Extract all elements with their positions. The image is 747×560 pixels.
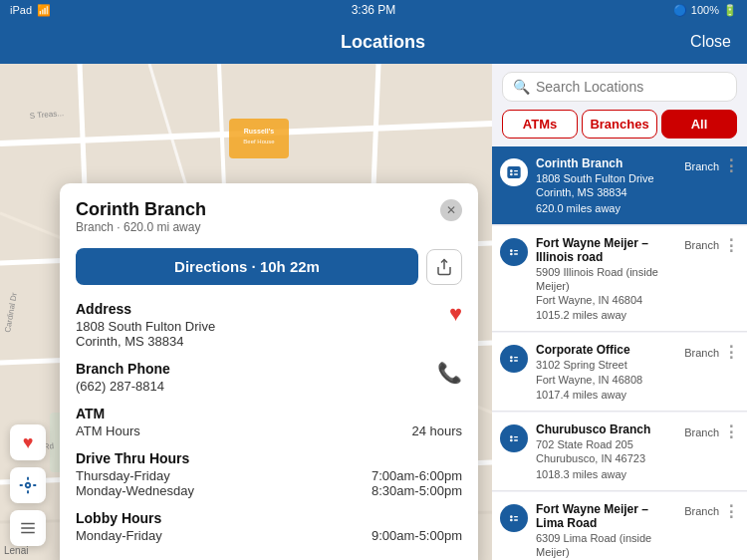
location-name: Corinth Branch	[536, 156, 676, 170]
favorite-icon[interactable]: ♥	[449, 301, 462, 327]
list-item[interactable]: Corporate Office 3102 Spring StreetFort …	[492, 333, 747, 412]
popup-phone-section: Branch Phone (662) 287-8814 📞	[76, 361, 462, 394]
location-right: Branch ⋮	[684, 422, 739, 441]
filter-tab-all[interactable]: All	[661, 110, 737, 139]
directions-button[interactable]: Directions · 10h 22m	[76, 248, 418, 285]
popup-address-label: Address	[76, 301, 215, 317]
wifi-icon: 📶	[37, 4, 51, 17]
location-more-button[interactable]: ⋮	[723, 156, 739, 175]
location-type: Branch	[684, 426, 719, 438]
search-input[interactable]	[536, 79, 726, 95]
svg-point-53	[510, 515, 513, 518]
location-more-button[interactable]: ⋮	[723, 343, 739, 362]
popup-phone-value: (662) 287-8814	[76, 379, 170, 394]
list-item[interactable]: Fort Wayne Meijer – Illinois road 5909 I…	[492, 226, 747, 333]
location-right: Branch ⋮	[684, 343, 739, 362]
location-name: Fort Wayne Meijer – Illinois road	[536, 236, 676, 264]
location-icon	[500, 345, 528, 373]
list-item[interactable]: Fort Wayne Meijer – Lima Road 6309 Lima …	[492, 492, 747, 560]
location-address: 6309 Lima Road (inside Meijer)Fort Wayne…	[536, 531, 676, 560]
popup-atm-hours-value: 24 hours	[411, 423, 462, 438]
status-bar: iPad 📶 3:36 PM 🔵 100% 🔋	[0, 0, 747, 20]
location-info: Corinth Branch 1808 South Fulton DriveCo…	[536, 156, 676, 214]
search-icon: 🔍	[513, 79, 530, 95]
location-info: Corporate Office 3102 Spring StreetFort …	[536, 343, 676, 401]
close-button[interactable]: Close	[690, 33, 731, 51]
location-fab-button[interactable]	[10, 467, 46, 503]
location-info: Churubusco Branch 702 State Road 205Chur…	[536, 422, 676, 480]
popup-address-line2: Corinth, MS 38834	[76, 334, 215, 349]
svg-point-49	[510, 439, 513, 442]
search-bar: 🔍	[492, 64, 747, 110]
location-name: Fort Wayne Meijer – Lima Road	[536, 502, 676, 530]
filter-tab-branches[interactable]: Branches	[582, 110, 657, 139]
list-fab-button[interactable]	[10, 510, 46, 546]
popup-address-line1: 1808 South Fulton Drive	[76, 319, 215, 334]
svg-rect-44	[514, 361, 518, 362]
nav-bar: Locations Close	[0, 20, 747, 64]
bluetooth-icon: 🔵	[673, 4, 687, 17]
directions-row: Directions · 10h 22m	[76, 248, 462, 285]
popup-lobby-days-label: Monday-Friday	[76, 528, 162, 543]
popup-drivethru-mon-value: 8:30am-5:00pm	[372, 483, 462, 498]
svg-point-37	[510, 252, 513, 255]
svg-rect-48	[514, 436, 518, 437]
share-button[interactable]	[426, 249, 462, 285]
svg-rect-56	[514, 519, 518, 520]
svg-point-47	[510, 435, 513, 438]
location-icon	[500, 504, 528, 532]
popup-drivethru-thu-label: Thursday-Friday	[76, 468, 170, 483]
svg-rect-39	[507, 353, 520, 365]
list-item[interactable]: Churubusco Branch 702 State Road 205Chur…	[492, 413, 747, 491]
filter-tab-atms[interactable]: ATMs	[502, 110, 578, 139]
popup-atm-hours-label: ATM Hours	[76, 423, 140, 438]
main-content: Russell's Beef House S Treas... Cardinal…	[0, 64, 747, 560]
popup-title: Corinth Branch	[76, 199, 206, 220]
popup-close-button[interactable]: ✕	[440, 199, 462, 221]
svg-point-31	[510, 173, 513, 176]
location-more-button[interactable]: ⋮	[723, 502, 739, 521]
ipad-label: iPad	[10, 4, 32, 16]
location-distance: 620.0 miles away	[536, 202, 676, 214]
location-right: Branch ⋮	[684, 502, 739, 521]
popup-atm-section: ATM ATM Hours 24 hours	[76, 406, 462, 438]
location-address: 5909 Illinois Road (inside Meijer)Fort W…	[536, 265, 676, 308]
location-type: Branch	[684, 347, 719, 359]
nav-title: Locations	[76, 32, 690, 53]
svg-rect-33	[507, 246, 520, 258]
filter-tabs: ATMs Branches All	[492, 110, 747, 146]
popup-drivethru-section: Drive Thru Hours Thursday-Friday 7:00am-…	[76, 450, 462, 498]
favorite-fab-button[interactable]: ♥	[10, 424, 46, 460]
location-type: Branch	[684, 505, 719, 517]
svg-rect-36	[514, 250, 518, 251]
popup-lobby-label: Lobby Hours	[76, 510, 462, 526]
svg-rect-45	[507, 432, 520, 444]
svg-point-41	[510, 357, 513, 360]
location-name: Churubusco Branch	[536, 422, 676, 436]
svg-rect-54	[514, 516, 518, 517]
popup-lobby-hours-value: 9:00am-5:00pm	[372, 528, 462, 543]
popup-lobby-section: Lobby Hours Monday-Friday 9:00am-5:00pm	[76, 510, 462, 543]
list-item[interactable]: Corinth Branch 1808 South Fulton DriveCo…	[492, 146, 747, 225]
battery-label: 100%	[691, 4, 719, 16]
popup-atm-label: ATM	[76, 406, 462, 421]
location-address: 1808 South Fulton DriveCorinth, MS 38834	[536, 171, 676, 200]
popup-drivethru-label: Drive Thru Hours	[76, 450, 462, 466]
svg-rect-42	[514, 357, 518, 358]
location-more-button[interactable]: ⋮	[723, 422, 739, 441]
battery-icon: 🔋	[723, 4, 737, 17]
svg-point-29	[510, 169, 513, 172]
popup-drivethru-mon-label: Monday-Wednesday	[76, 483, 194, 498]
map-popup: Corinth Branch Branch · 620.0 mi away ✕ …	[60, 183, 478, 560]
phone-icon[interactable]: 📞	[437, 361, 462, 385]
location-distance: 1018.3 miles away	[536, 468, 676, 480]
location-distance: 1017.4 miles away	[536, 389, 676, 401]
svg-text:Beef House: Beef House	[243, 139, 275, 144]
svg-rect-30	[514, 170, 518, 171]
locations-list: Corinth Branch 1808 South Fulton DriveCo…	[492, 146, 747, 560]
location-more-button[interactable]: ⋮	[723, 236, 739, 255]
location-info: Fort Wayne Meijer – Illinois road 5909 I…	[536, 236, 676, 322]
svg-point-43	[510, 360, 513, 363]
svg-text:Russell's: Russell's	[244, 128, 275, 135]
location-right: Branch ⋮	[684, 236, 739, 255]
